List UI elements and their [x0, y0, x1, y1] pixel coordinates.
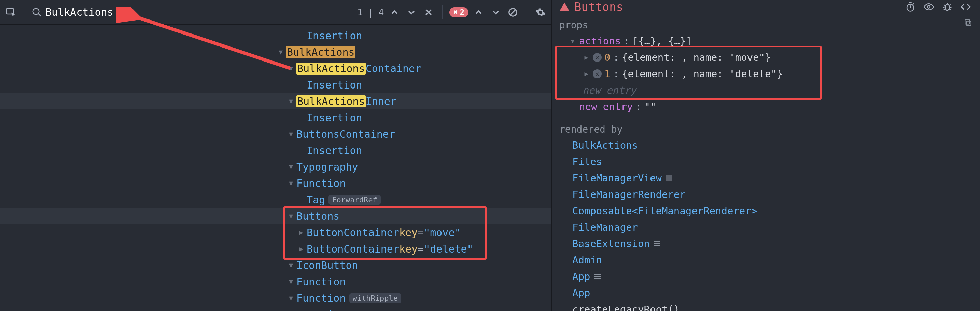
node-name: Function [296, 276, 346, 288]
menu-icon[interactable] [653, 239, 662, 248]
new-entry-placeholder[interactable]: new entry [569, 82, 972, 99]
error-x-icon: ✖ [453, 8, 458, 16]
rendered-by-item[interactable]: BulkActions [572, 137, 972, 153]
rendered-by-list: BulkActionsFilesFileManagerViewFileManag… [552, 136, 980, 311]
menu-icon[interactable] [593, 273, 602, 281]
tree-node[interactable]: Insertion [0, 142, 552, 159]
tree-node[interactable]: ▼BulkActions [0, 44, 552, 60]
tree-node[interactable]: ▼Function [0, 306, 552, 311]
tree-node[interactable]: ▼BulkActionsContainer [0, 60, 552, 77]
rendered-by-item[interactable]: Admin [572, 252, 972, 268]
toolbar-divider [527, 5, 527, 19]
stopwatch-icon[interactable] [904, 0, 917, 14]
tree-node[interactable]: ▼Function [0, 273, 552, 290]
rendered-by-item[interactable]: FileManagerView [572, 170, 972, 186]
prop-key: actions [579, 33, 621, 49]
tree-node[interactable]: ▼BulkActionsInner [0, 93, 552, 109]
rendered-by-name[interactable]: BulkActions [572, 137, 638, 153]
rendered-by-name[interactable]: App [572, 285, 590, 301]
caret-icon: ▼ [287, 97, 295, 105]
rendered-by-name[interactable]: Composable<FileManagerRenderer> [572, 203, 757, 219]
caret-icon: ▼ [287, 278, 295, 286]
caret-icon: ▼ [287, 212, 295, 220]
menu-icon[interactable] [665, 174, 673, 182]
toolbar-divider [25, 5, 25, 19]
rendered-by-name[interactable]: Files [572, 153, 602, 170]
copy-icon[interactable] [964, 18, 972, 29]
node-name: Typography [296, 161, 358, 173]
node-name: Buttons [296, 210, 339, 222]
tree-node[interactable]: ▼ButtonsContainer [0, 126, 552, 142]
inspect-element-icon[interactable] [4, 5, 18, 19]
rendered-by-item[interactable]: App [572, 285, 972, 301]
tree-node[interactable]: ▶ButtonContainer key="delete" [0, 241, 552, 257]
prop-new-entry[interactable]: new entry: "" [569, 99, 972, 115]
prop-actions[interactable]: ▼ actions: [{…}, {…}] [569, 33, 972, 49]
tree-node[interactable]: ▼Buttons [0, 208, 552, 224]
node-name: ButtonContainer [307, 226, 399, 239]
rendered-by-item[interactable]: Files [572, 153, 972, 170]
rendered-by-item[interactable]: FileManagerRenderer [572, 186, 972, 203]
caret-icon: ▶ [297, 245, 305, 253]
eye-icon[interactable] [922, 0, 935, 14]
rendered-by-name[interactable]: BaseExtension [572, 236, 650, 252]
node-name-suffix: Container [366, 62, 422, 75]
tree-node[interactable]: ▼Function [0, 175, 552, 191]
error-prev-icon[interactable] [472, 5, 485, 19]
svg-rect-7 [965, 19, 969, 24]
tree-node[interactable]: TagForwardRef [0, 191, 552, 208]
store-as-global-icon[interactable]: ✕ [593, 53, 602, 62]
svg-point-5 [945, 5, 950, 11]
tree-node[interactable]: Insertion [0, 77, 552, 93]
view-source-icon[interactable] [959, 0, 972, 14]
node-name-highlight: BulkActions [286, 46, 355, 58]
prop-value[interactable]: "" [644, 99, 656, 115]
node-name: Insertion [307, 145, 362, 156]
rendered-by-name[interactable]: FileManagerView [572, 170, 662, 186]
rendered-by-name: createLegacyRoot() [572, 301, 679, 311]
settings-icon[interactable] [534, 5, 547, 19]
node-name: Tag [307, 194, 325, 206]
error-count-pill[interactable]: ✖ 2 [449, 7, 469, 18]
rendered-by-name[interactable]: FileManager [572, 219, 638, 236]
prop-key: new entry [579, 99, 633, 115]
prop-index: 1 [605, 65, 610, 82]
rendered-by-item[interactable]: App [572, 268, 972, 285]
tree-node[interactable]: ▼FunctionwithRipple [0, 290, 552, 306]
caret-icon: ▼ [287, 130, 295, 138]
node-name-highlight: BulkActions [296, 62, 366, 75]
details-toolbar: Buttons [552, 0, 980, 14]
clear-errors-icon[interactable] [506, 5, 520, 19]
error-next-icon[interactable] [489, 5, 503, 19]
components-panel: 1 | 4 ✖ 2 Insertion▼ [0, 0, 552, 311]
tree-node[interactable]: ▶ButtonContainer key="move" [0, 224, 552, 241]
details-panel: Buttons props ▼ actions: [{…}, {…}] ▶✕0:… [552, 0, 980, 311]
svg-rect-0 [7, 8, 14, 14]
tree-node[interactable]: Insertion [0, 27, 552, 44]
search-next-icon[interactable] [405, 5, 418, 19]
rendered-by-item[interactable]: BaseExtension [572, 236, 972, 252]
rendered-by-name[interactable]: FileManagerRenderer [572, 186, 686, 203]
search-input[interactable] [45, 6, 189, 18]
search-prev-icon[interactable] [388, 5, 401, 19]
component-tree[interactable]: Insertion▼BulkActions▼BulkActionsContain… [0, 25, 552, 311]
debug-icon[interactable] [940, 0, 954, 14]
tree-node[interactable]: Insertion [0, 109, 552, 126]
search-close-icon[interactable] [422, 5, 435, 19]
node-name-suffix: Inner [366, 95, 396, 107]
node-name: Function [296, 177, 346, 189]
tree-node[interactable]: ▼Typography [0, 159, 552, 175]
caret-icon: ▼ [287, 64, 295, 72]
search-icon [32, 5, 42, 19]
node-name: Function [296, 292, 346, 304]
store-as-global-icon[interactable]: ✕ [593, 69, 602, 78]
rendered-by-item[interactable]: Composable<FileManagerRenderer> [572, 203, 972, 219]
rendered-by-name[interactable]: App [572, 268, 590, 285]
rendered-by-name[interactable]: Admin [572, 252, 602, 268]
prop-array-item[interactable]: ▶✕1: {element: , name: "delete"} [569, 65, 972, 82]
svg-point-1 [33, 8, 39, 14]
prop-array-item[interactable]: ▶✕0: {element: , name: "move"} [569, 49, 972, 65]
caret-down-icon: ▼ [569, 33, 576, 49]
rendered-by-item[interactable]: FileManager [572, 219, 972, 236]
tree-node[interactable]: ▼IconButton [0, 257, 552, 273]
